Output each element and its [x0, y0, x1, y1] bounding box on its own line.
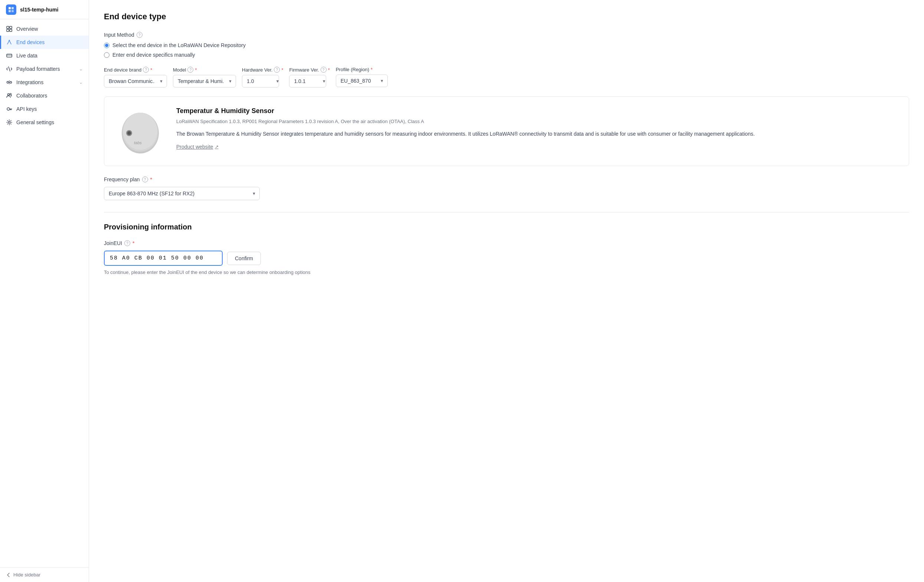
live-data-icon: [6, 52, 13, 59]
device-fields-row: End device brand ? * Browan Communic... …: [104, 67, 909, 87]
radio-repository-label: Select the end device in the LoRaWAN Dev…: [112, 42, 246, 48]
radio-repository[interactable]: [104, 43, 109, 48]
model-label: Model ? *: [173, 67, 236, 73]
svg-rect-3: [12, 10, 14, 12]
input-method-label: Input Method ?: [104, 32, 909, 38]
sidebar-item-general-settings[interactable]: General settings: [0, 116, 89, 129]
hardware-ver-label: Hardware Ver. ? *: [242, 67, 283, 73]
svg-rect-2: [8, 10, 11, 12]
app-title: sl15-temp-humi: [20, 7, 58, 13]
profile-select[interactable]: EU_863_870: [336, 74, 388, 87]
hide-sidebar-button[interactable]: Hide sidebar: [6, 572, 83, 577]
svg-rect-6: [7, 29, 9, 31]
brand-select[interactable]: Browan Communic...: [104, 75, 167, 87]
provisioning-title: Provisioning information: [104, 223, 909, 231]
svg-point-23: [8, 122, 10, 123]
svg-point-13: [10, 82, 12, 84]
hw-select[interactable]: 1.0: [242, 75, 279, 87]
sidebar-item-api-keys[interactable]: API keys: [0, 102, 89, 116]
model-field: Model ? * Temperatur & Humi... ▼: [173, 67, 236, 87]
input-method-help-icon[interactable]: ?: [137, 32, 142, 38]
sidebar-item-live-data[interactable]: Live data: [0, 49, 89, 62]
device-description: The Browan Temperature & Humidity Sensor…: [176, 130, 897, 138]
frequency-plan-select[interactable]: Europe 863-870 MHz (SF12 for RX2): [104, 187, 260, 200]
fw-select[interactable]: 1.0.1: [289, 75, 326, 87]
sidebar-item-label: Overview: [16, 26, 38, 32]
model-select-wrapper: Temperatur & Humi... ▼: [173, 75, 236, 87]
section-divider: [104, 212, 909, 212]
app-logo: [6, 5, 16, 15]
svg-point-8: [9, 40, 10, 41]
model-help-icon[interactable]: ?: [187, 67, 193, 73]
device-image: tabs: [116, 107, 164, 155]
device-card: tabs Temperatur & Humidity Sensor LoRaWA…: [104, 96, 909, 166]
sidebar-nav: Overview End devices Live data: [0, 19, 89, 567]
joineui-hint: To continue, please enter the JoinEUI of…: [104, 270, 909, 275]
svg-rect-7: [10, 29, 12, 31]
svg-point-28: [127, 131, 131, 135]
joineui-input-row: Confirm: [104, 251, 909, 266]
brand-label: End device brand ? *: [104, 67, 167, 73]
settings-icon: [6, 119, 13, 126]
firmware-ver-field: Firmware Ver. ? * 1.0.1 ▼: [289, 67, 330, 87]
profile-region-field: Profile (Region) * EU_863_870 ▼: [336, 67, 388, 87]
radio-option-manual[interactable]: Enter end device specifics manually: [104, 52, 909, 58]
fw-help-icon[interactable]: ?: [321, 67, 327, 73]
devices-icon: [6, 39, 13, 46]
svg-line-11: [8, 67, 10, 71]
main-content: End device type Input Method ? Select th…: [89, 0, 924, 582]
joineui-required: *: [132, 240, 134, 246]
svg-rect-9: [7, 54, 12, 57]
sidebar-footer: Hide sidebar: [0, 567, 89, 582]
joineui-section: JoinEUI ? * Confirm To continue, please …: [104, 240, 909, 275]
radio-manual-label: Enter end device specifics manually: [112, 52, 195, 58]
product-website-link[interactable]: Product website ↗: [176, 144, 219, 150]
profile-required: *: [371, 67, 373, 72]
external-link-icon: ↗: [215, 144, 219, 150]
chevron-down-icon: ⌄: [79, 80, 83, 85]
brand-field: End device brand ? * Browan Communic... …: [104, 67, 167, 87]
hw-select-wrapper: 1.0 ▼: [242, 75, 283, 87]
frequency-plan-section: Frequency plan ? * Europe 863-870 MHz (S…: [104, 176, 909, 200]
brand-select-wrapper: Browan Communic... ▼: [104, 75, 167, 87]
hide-sidebar-label: Hide sidebar: [13, 572, 40, 577]
svg-point-19: [7, 108, 10, 110]
device-info: Temperatur & Humidity Sensor LoRaWAN Spe…: [176, 107, 897, 155]
radio-option-repository[interactable]: Select the end device in the LoRaWAN Dev…: [104, 42, 909, 48]
joineui-label: JoinEUI ? *: [104, 240, 909, 246]
model-required: *: [195, 67, 197, 73]
api-keys-icon: [6, 106, 13, 112]
svg-point-12: [7, 82, 9, 84]
sidebar-item-integrations[interactable]: Integrations ⌄: [0, 76, 89, 89]
product-website-label: Product website: [176, 144, 213, 150]
model-select[interactable]: Temperatur & Humi...: [173, 75, 236, 87]
payload-icon: [6, 66, 13, 72]
fw-required: *: [328, 67, 330, 73]
input-method-radio-group: Select the end device in the LoRaWAN Dev…: [104, 42, 909, 58]
sidebar-item-overview[interactable]: Overview: [0, 22, 89, 36]
frequency-plan-help-icon[interactable]: ?: [142, 176, 148, 182]
radio-manual[interactable]: [104, 52, 109, 58]
sidebar-header: sl15-temp-humi: [0, 0, 89, 19]
brand-help-icon[interactable]: ?: [143, 67, 149, 73]
chevron-left-icon: [6, 572, 11, 577]
sidebar-item-collaborators[interactable]: Collaborators: [0, 89, 89, 102]
frequency-plan-label: Frequency plan ? *: [104, 176, 909, 182]
sidebar-item-payload-formatters[interactable]: Payload formatters ⌄: [0, 62, 89, 76]
sidebar-item-label: API keys: [16, 106, 37, 112]
sidebar-item-label: Integrations: [16, 79, 43, 85]
svg-rect-4: [7, 26, 9, 28]
svg-text:tabs: tabs: [134, 140, 142, 145]
sidebar-item-label: Payload formatters: [16, 66, 60, 72]
hw-required: *: [281, 67, 283, 73]
sidebar-item-end-devices[interactable]: End devices: [0, 36, 89, 49]
confirm-button[interactable]: Confirm: [227, 252, 261, 265]
firmware-ver-label: Firmware Ver. ? *: [289, 67, 330, 73]
joineui-help-icon[interactable]: ?: [124, 240, 130, 246]
collaborators-icon: [6, 92, 13, 99]
svg-rect-1: [12, 7, 14, 9]
device-image-svg: tabs: [120, 107, 161, 155]
joineui-input[interactable]: [104, 251, 223, 266]
chevron-down-icon: ⌄: [79, 66, 83, 72]
hw-help-icon[interactable]: ?: [274, 67, 280, 73]
